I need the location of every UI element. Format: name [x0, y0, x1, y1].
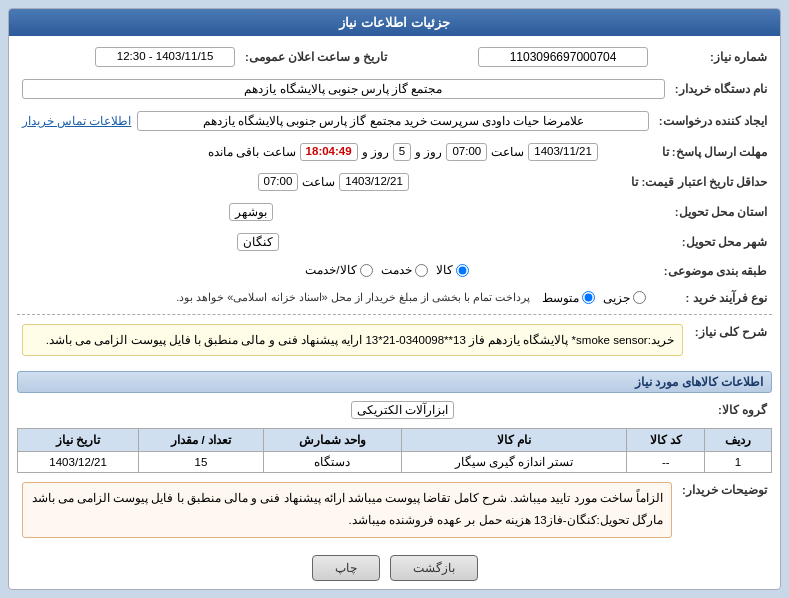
response-deadline-label: مهلت ارسال پاسخ: تا [603, 140, 772, 164]
cell-code: -- [627, 452, 705, 473]
goods-table: ردیف کد کالا نام کالا واحد شمارش تعداد /… [17, 428, 772, 473]
cell-date: 1403/12/21 [18, 452, 139, 473]
purchase-medium[interactable]: متوسط [542, 291, 595, 305]
category-goods[interactable]: کالا [436, 263, 469, 277]
response-days-label: روز و [415, 145, 442, 159]
col-row: ردیف [705, 429, 772, 452]
purchase-note: پرداخت تمام با بخشی از مبلغ خریدار از مح… [176, 291, 530, 304]
cell-name: تستر اندازه گیری سیگار [401, 452, 627, 473]
province-value: بوشهر [229, 203, 273, 221]
button-row: بازگشت چاپ [17, 555, 772, 581]
time-remaining: 18:04:49 [300, 143, 358, 161]
price-deadline-label: حداقل تاریخ اعتبار قیمت: تا [414, 170, 772, 194]
category-service[interactable]: خدمت [381, 263, 428, 277]
date-label: تاریخ و ساعت اعلان عمومی: [240, 44, 473, 70]
order-number-label: شماره نیاز: [653, 44, 772, 70]
cell-row: 1 [705, 452, 772, 473]
need-description: خرید:smoke sensor* پالایشگاه یازدهم فاز … [22, 324, 683, 357]
need-desc-label: شرح کلی نیاز: [688, 321, 772, 366]
city-value: کنگان [237, 233, 279, 251]
buyer-label: نام دستگاه خریدار: [670, 76, 772, 102]
order-number-value: 1103096697000704 [478, 47, 648, 67]
print-button[interactable]: چاپ [312, 555, 380, 581]
price-date: 1403/12/21 [339, 173, 409, 191]
col-date: تاریخ نیاز [18, 429, 139, 452]
buyer-notes: الزاماً ساخت مورد تایید میباشد. شرح کامل… [22, 482, 672, 538]
buyer-value: مجتمع گاز پارس جنوبی پالایشگاه یازدهم [22, 79, 665, 99]
contact-link[interactable]: اطلاعات تماس خریدار [22, 114, 131, 128]
province-label: استان محل تحویل: [278, 200, 772, 224]
col-count: تعداد / مقدار [139, 429, 264, 452]
purchase-partial[interactable]: جزیی [603, 291, 646, 305]
response-days: 5 [393, 143, 411, 161]
page-title: جزئیات اطلاعات نیاز [9, 9, 780, 36]
col-unit: واحد شمارش [263, 429, 401, 452]
col-name: نام کالا [401, 429, 627, 452]
purchase-type-label: نوع فرآیند خرید : [651, 288, 772, 308]
response-time: 07:00 [446, 143, 487, 161]
price-time: 07:00 [258, 173, 299, 191]
return-button[interactable]: بازگشت [390, 555, 478, 581]
time-remaining-label: ساعت باقی مانده [208, 145, 295, 159]
col-code: کد کالا [627, 429, 705, 452]
category-label: طبقه بندی موضوعی: [474, 260, 772, 282]
cell-count: 15 [139, 452, 264, 473]
creator-label: ایجاد کننده درخواست: [654, 108, 772, 134]
creator-value: علامرضا حیات داودی سرپرست خرید مجتمع گاز… [137, 111, 648, 131]
category-goods-service[interactable]: کالا/خدمت [305, 263, 372, 277]
goods-group-value: ابزارآلات الکتریکی [351, 401, 454, 419]
date-value: 1403/11/15 - 12:30 [95, 47, 235, 67]
city-label: شهر محل تحویل: [284, 230, 772, 254]
cell-unit: دستگاه [263, 452, 401, 473]
buyer-notes-label: توضیحات خریدار: [677, 479, 772, 547]
response-date: 1403/11/21 [528, 143, 598, 161]
goods-group-label: گروه کالا: [459, 398, 772, 422]
goods-info-title: اطلاعات کالاهای مورد نیاز [17, 371, 772, 393]
table-row: 1 -- تستر اندازه گیری سیگار دستگاه 15 14… [18, 452, 772, 473]
